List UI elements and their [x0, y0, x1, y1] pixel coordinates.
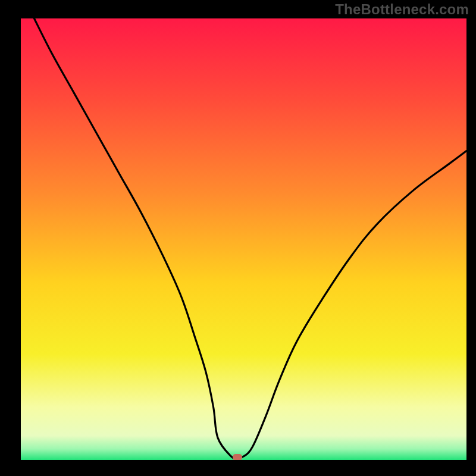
minimum-marker: [233, 454, 242, 461]
gradient-background: [21, 18, 466, 460]
watermark-text: TheBottleneck.com: [335, 1, 469, 18]
chart-frame: TheBottleneck.com: [0, 0, 476, 476]
chart-svg: [0, 0, 476, 476]
